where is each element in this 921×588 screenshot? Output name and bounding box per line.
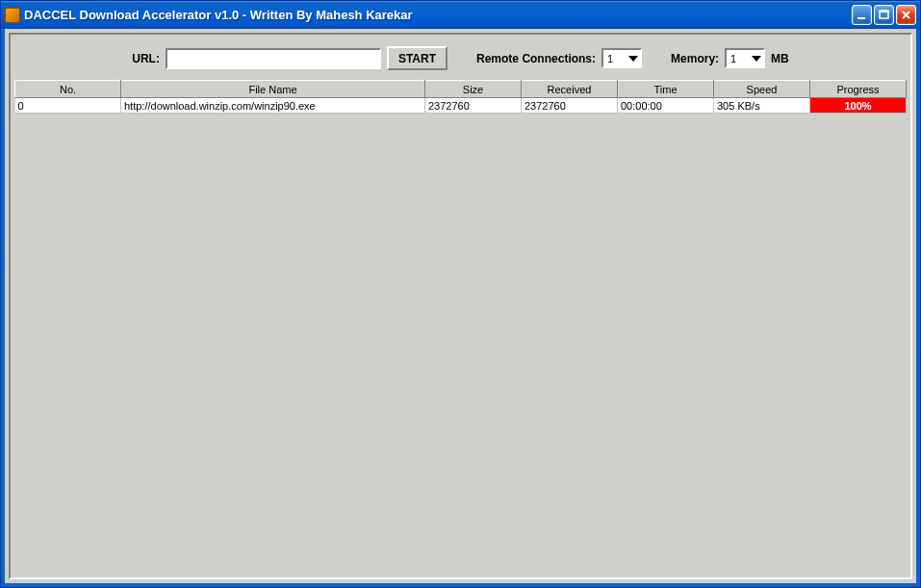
downloads-table: No. File Name Size Received Time Speed P… bbox=[14, 80, 907, 114]
memory-unit-label: MB bbox=[771, 52, 789, 65]
cell-no: 0 bbox=[15, 98, 121, 114]
window-title: DACCEL Download Accelerator v1.0 - Writt… bbox=[24, 8, 852, 22]
memory-value: 1 bbox=[730, 53, 736, 64]
chevron-down-icon bbox=[628, 56, 638, 62]
col-header-progress[interactable]: Progress bbox=[810, 81, 907, 98]
url-label: URL: bbox=[132, 52, 160, 65]
memory-label: Memory: bbox=[671, 52, 719, 65]
table-header-row: No. File Name Size Received Time Speed P… bbox=[15, 81, 907, 98]
table-row[interactable]: 0 http://download.winzip.com/winzip90.ex… bbox=[15, 98, 907, 114]
url-input[interactable] bbox=[166, 48, 381, 69]
client-area: URL: START Remote Connections: 1 Memory:… bbox=[5, 29, 916, 583]
col-header-received[interactable]: Received bbox=[522, 81, 618, 98]
col-header-file[interactable]: File Name bbox=[121, 81, 425, 98]
maximize-button[interactable] bbox=[874, 5, 894, 25]
col-header-time[interactable]: Time bbox=[618, 81, 714, 98]
start-button[interactable]: START bbox=[387, 46, 448, 70]
close-button[interactable] bbox=[896, 5, 916, 25]
remote-connections-value: 1 bbox=[607, 53, 613, 64]
cell-time: 00:00:00 bbox=[618, 98, 714, 114]
memory-dropdown[interactable]: 1 bbox=[725, 48, 765, 68]
col-header-size[interactable]: Size bbox=[425, 81, 522, 98]
cell-speed: 305 KB/s bbox=[714, 98, 810, 114]
remote-connections-label: Remote Connections: bbox=[476, 52, 596, 65]
cell-file: http://download.winzip.com/winzip90.exe bbox=[121, 98, 425, 114]
col-header-no[interactable]: No. bbox=[15, 81, 121, 98]
window-controls bbox=[852, 5, 916, 25]
remote-connections-dropdown[interactable]: 1 bbox=[601, 48, 642, 68]
chevron-down-icon bbox=[752, 56, 761, 62]
col-header-speed[interactable]: Speed bbox=[714, 81, 810, 98]
svg-rect-2 bbox=[880, 11, 888, 13]
titlebar[interactable]: DACCEL Download Accelerator v1.0 - Writt… bbox=[1, 1, 920, 29]
main-panel: URL: START Remote Connections: 1 Memory:… bbox=[9, 33, 912, 579]
svg-rect-0 bbox=[857, 17, 865, 19]
close-icon bbox=[900, 9, 912, 21]
toolbar: URL: START Remote Connections: 1 Memory:… bbox=[14, 46, 907, 70]
minimize-button[interactable] bbox=[852, 5, 872, 25]
minimize-icon bbox=[856, 9, 868, 21]
cell-size: 2372760 bbox=[425, 98, 522, 114]
maximize-icon bbox=[878, 9, 890, 21]
cell-received: 2372760 bbox=[522, 98, 618, 114]
downloads-table-wrap: No. File Name Size Received Time Speed P… bbox=[14, 80, 907, 114]
cell-progress: 100% bbox=[810, 98, 907, 114]
app-icon bbox=[5, 8, 20, 23]
app-window: DACCEL Download Accelerator v1.0 - Writt… bbox=[0, 0, 921, 588]
